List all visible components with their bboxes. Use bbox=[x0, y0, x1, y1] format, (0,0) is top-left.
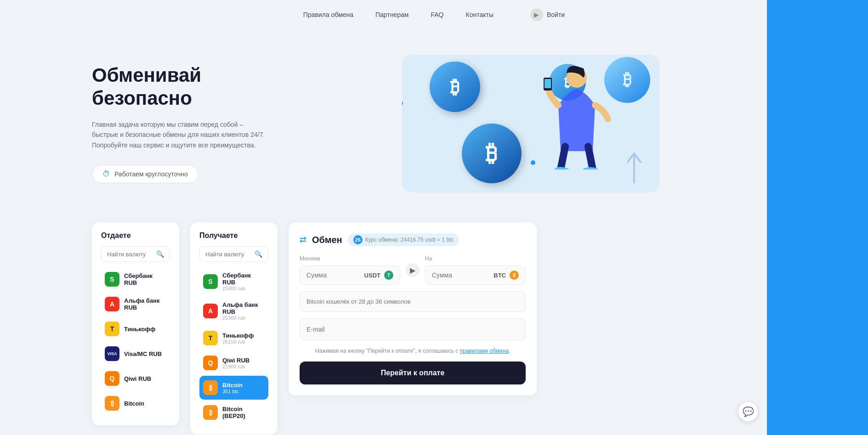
terms-text: Нажимая на кнопку "Перейти к оплате", я … bbox=[300, 347, 526, 355]
receive-tinkoff-sub: 26150 rub bbox=[222, 339, 254, 345]
receive-search-icon: 🔍 bbox=[255, 250, 262, 258]
to-label: На bbox=[425, 255, 526, 262]
login-icon: ▶ bbox=[530, 8, 543, 21]
usdt-icon: T bbox=[384, 271, 393, 280]
receive-qiwi[interactable]: Q Qiwi RUB 22900 rub bbox=[199, 351, 268, 375]
receive-qiwi-label: Qiwi RUB bbox=[222, 357, 250, 364]
chat-bubble-button[interactable]: 💬 bbox=[738, 402, 758, 421]
sberbank-icon: S bbox=[105, 272, 119, 287]
hero-section: Обменивай безопасно Главная задача котор… bbox=[0, 29, 868, 222]
coin-1: ₿ bbox=[430, 62, 480, 112]
svg-rect-2 bbox=[545, 79, 551, 88]
email-field-wrapper bbox=[300, 318, 526, 340]
amount-row: Меняем USDT T ▶ На BTC ₿ bbox=[300, 255, 526, 285]
give-bitcoin-label: Bitcoin bbox=[124, 400, 144, 407]
nav: Правила обмена Партнерам FAQ Контакты bbox=[303, 11, 494, 18]
give-bitcoin[interactable]: ₿ Bitcoin bbox=[101, 391, 170, 415]
btc-icon-recv: ₿ bbox=[203, 380, 218, 395]
svg-point-3 bbox=[582, 167, 599, 169]
qiwi-icon: Q bbox=[105, 371, 119, 386]
visa-icon: VISA bbox=[105, 346, 119, 361]
give-tinkoff[interactable]: T Тинькофф bbox=[101, 317, 170, 341]
receive-qiwi-sub: 22900 rub bbox=[222, 364, 250, 369]
wallet-input[interactable] bbox=[300, 291, 526, 312]
from-col: Меняем USDT T bbox=[300, 255, 400, 285]
receive-bitcoin-bep20[interactable]: ₿ Bitcoin (BEP20) bbox=[199, 401, 268, 424]
btc-icon-give: ₿ bbox=[105, 396, 119, 411]
login-button[interactable]: ▶ Войти bbox=[530, 8, 565, 21]
from-amount-field: USDT T bbox=[300, 266, 400, 285]
terms-suffix: . bbox=[509, 348, 510, 354]
to-col: На BTC ₿ bbox=[425, 255, 526, 285]
from-amount-input[interactable] bbox=[306, 271, 361, 279]
give-tinkoff-label: Тинькофф bbox=[124, 326, 155, 333]
give-search-icon: 🔍 bbox=[156, 250, 164, 258]
receive-alfa[interactable]: A Альфа банк RUB 25300 rub bbox=[199, 297, 268, 325]
give-sberbank-label: Сбербанк RUB bbox=[124, 272, 166, 286]
receive-panel: Получаете 🔍 S Сбербанк RUB 23400 rub A А… bbox=[190, 222, 278, 435]
submit-button[interactable]: Перейти к оплате bbox=[300, 362, 526, 384]
nav-contacts[interactable]: Контакты bbox=[465, 11, 493, 18]
receive-bitcoin[interactable]: ₿ Bitcoin 351 btc bbox=[199, 376, 268, 400]
receive-bitcoin-label: Bitcoin bbox=[222, 382, 243, 389]
receive-sberbank[interactable]: S Сбербанк RUB 23400 rub bbox=[199, 267, 268, 296]
alfa-icon-recv: A bbox=[203, 304, 218, 318]
receive-panel-title: Получаете bbox=[199, 232, 268, 240]
badge-label: Работаем круглосуточно bbox=[114, 170, 188, 178]
tinkoff-icon-recv: T bbox=[203, 331, 218, 345]
nav-faq[interactable]: FAQ bbox=[431, 11, 443, 18]
alfa-icon: A bbox=[105, 297, 119, 311]
exchange-form-header: ⇄ Обмен 26 Курс обмена: 24416.75 usdt = … bbox=[300, 233, 526, 246]
header: Правила обмена Партнерам FAQ Контакты ▶ … bbox=[0, 0, 868, 29]
from-currency-tag: USDT bbox=[364, 272, 380, 279]
give-alfa[interactable]: A Альфа банк RUB bbox=[101, 292, 170, 316]
give-visa-label: Visa/MC RUB bbox=[124, 350, 162, 357]
receive-bitcoin-bep20-label: Bitcoin (BEP20) bbox=[222, 406, 265, 419]
email-input[interactable] bbox=[306, 326, 519, 333]
terms-prefix: Нажимая на кнопку "Перейти к оплате", я … bbox=[315, 348, 460, 354]
receive-search-box[interactable]: 🔍 bbox=[199, 246, 268, 262]
receive-tinkoff[interactable]: T Тинькофф 26150 rub bbox=[199, 326, 268, 350]
clock-icon: ⏱ bbox=[102, 170, 110, 178]
receive-alfa-label: Альфа банк RUB bbox=[222, 301, 265, 315]
hero-title: Обменивай безопасно bbox=[92, 64, 285, 110]
give-search-box[interactable]: 🔍 bbox=[101, 246, 170, 262]
receive-bitcoin-sub: 351 btc bbox=[222, 389, 243, 394]
decoration-dot-2 bbox=[531, 160, 535, 165]
from-label: Меняем bbox=[300, 255, 400, 262]
hero-description: Главная задача которую мы ставим перед с… bbox=[92, 119, 267, 150]
give-sberbank[interactable]: S Сбербанк RUB bbox=[101, 267, 170, 291]
nav-rules[interactable]: Правила обмена bbox=[303, 11, 353, 18]
give-alfa-label: Альфа банк RUB bbox=[124, 297, 166, 311]
hero-content: Обменивай безопасно Главная задача котор… bbox=[92, 64, 285, 183]
receive-sberbank-sub: 23400 rub bbox=[222, 286, 265, 291]
swap-arrow[interactable]: ▶ bbox=[406, 263, 420, 277]
badge-count: 26 bbox=[353, 235, 363, 244]
btc-icon-form: ₿ bbox=[510, 271, 519, 280]
exchange-form-title: Обмен bbox=[312, 235, 342, 245]
working-hours-badge[interactable]: ⏱ Работаем круглосуточно bbox=[92, 165, 199, 183]
nav-partners[interactable]: Партнерам bbox=[375, 11, 408, 18]
sber-icon-recv: S bbox=[203, 274, 218, 289]
to-amount-field: BTC ₿ bbox=[425, 266, 526, 285]
main-content: Отдаете 🔍 S Сбербанк RUB A Альфа банк RU… bbox=[0, 222, 868, 435]
give-panel-title: Отдаете bbox=[101, 232, 170, 240]
btc-bep20-icon-recv: ₿ bbox=[203, 405, 218, 420]
receive-search-input[interactable] bbox=[205, 251, 251, 258]
qiwi-icon-recv: Q bbox=[203, 356, 218, 370]
give-visa[interactable]: VISA Visa/MC RUB bbox=[101, 342, 170, 366]
give-panel: Отдаете 🔍 S Сбербанк RUB A Альфа банк RU… bbox=[92, 222, 179, 425]
rate-text: Курс обмена: 24416.75 usdt = 1 btc bbox=[365, 237, 454, 243]
give-qiwi[interactable]: Q Qiwi RUB bbox=[101, 367, 170, 390]
to-amount-input[interactable] bbox=[432, 271, 490, 279]
give-qiwi-label: Qiwi RUB bbox=[124, 375, 151, 382]
decoration-dot-1 bbox=[402, 101, 403, 106]
exchange-rate-badge: 26 Курс обмена: 24416.75 usdt = 1 btc bbox=[348, 233, 460, 246]
tinkoff-icon: T bbox=[105, 322, 119, 336]
terms-link[interactable]: правилами обмена bbox=[460, 348, 509, 354]
coin-2: ₿ bbox=[462, 124, 522, 183]
receive-tinkoff-label: Тинькофф bbox=[222, 332, 254, 339]
person-illustration bbox=[540, 59, 613, 169]
give-search-input[interactable] bbox=[107, 251, 153, 258]
login-label: Войти bbox=[547, 11, 565, 18]
